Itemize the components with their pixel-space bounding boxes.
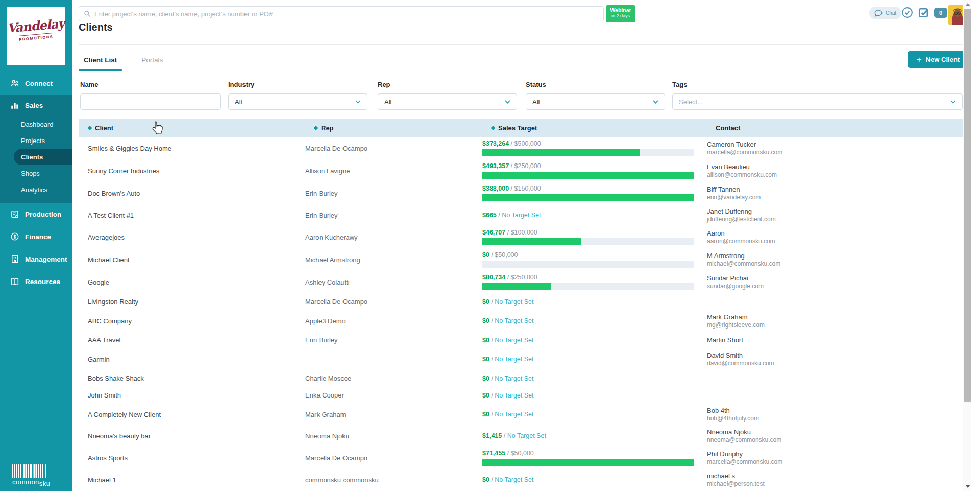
column-header-sales-target[interactable]: Sales Target — [482, 124, 707, 132]
table-row[interactable]: Garmin$0 / No Target SetDavid Smithdavid… — [79, 348, 971, 370]
client-name[interactable]: Livingston Realty — [79, 298, 305, 306]
no-target-link[interactable]: No Target Set — [495, 375, 533, 382]
client-name[interactable]: A Test Client #1 — [79, 212, 305, 219]
contact-email[interactable]: michael@commonsku.com — [707, 260, 971, 268]
sidebar-item-production[interactable]: Production — [0, 203, 72, 225]
no-target-link[interactable]: No Target Set — [502, 212, 541, 219]
client-name[interactable]: Sunny Corner Industries — [79, 167, 305, 175]
column-header-client[interactable]: Client — [79, 124, 305, 132]
sales-separator: / — [489, 337, 495, 344]
contact-email[interactable]: erin@vandelay.com — [707, 194, 971, 201]
table-row[interactable]: ABC CompanyApple3 Demo$0 / No Target Set… — [79, 310, 971, 332]
sidebar-item-sales[interactable]: Sales — [0, 95, 72, 116]
no-target-link[interactable]: No Target Set — [495, 337, 533, 344]
sales-target: $50,000 — [495, 251, 518, 259]
scroll-up-arrow-icon[interactable] — [965, 3, 970, 6]
client-name[interactable]: Michael Client — [79, 256, 305, 264]
table-row[interactable]: AAA TravelErin Burley$0 / No Target SetM… — [79, 332, 971, 348]
table-row[interactable]: Livingston RealtyMarcella De Ocampo$0 / … — [79, 293, 971, 310]
sidebar-item-shops[interactable]: Shops — [0, 165, 72, 181]
sidebar-item-finance[interactable]: Finance — [0, 225, 72, 248]
building-icon — [10, 254, 19, 264]
no-target-link[interactable]: No Target Set — [495, 356, 533, 363]
client-name[interactable]: John Smith — [79, 391, 305, 399]
sidebar-item-dashboard[interactable]: Dashboard — [0, 116, 72, 132]
sidebar-item-management[interactable]: Management — [0, 248, 72, 270]
webinar-badge[interactable]: Webinar in 2 days — [606, 5, 635, 22]
contact-email[interactable]: marcella@commonsku.com — [707, 149, 971, 156]
contact-email[interactable]: bob@4thofjuly.com — [707, 415, 971, 423]
chat-button[interactable]: Chat — [869, 7, 901, 19]
client-name[interactable]: A Completely New Client — [79, 411, 305, 418]
no-target-link[interactable]: No Target Set — [495, 476, 533, 483]
scroll-down-arrow-icon[interactable] — [965, 485, 970, 488]
no-target-link[interactable]: No Target Set — [495, 411, 533, 418]
company-logo[interactable]: Vandelay PROMOTIONS — [7, 7, 65, 65]
client-name[interactable]: Doc Brown's Auto — [79, 190, 305, 197]
contact-email[interactable]: mg@rightsleeve.com — [707, 321, 971, 329]
table-row[interactable]: GoogleAshley Colautti$80,734 / $250,000S… — [79, 271, 971, 293]
table-row[interactable]: A Test Client #1Erin Burley$665 / No Tar… — [79, 204, 971, 226]
chat-bubble-icon — [873, 9, 884, 18]
client-name[interactable]: Astros Sports — [79, 454, 305, 462]
table-row[interactable]: A Completely New ClientMark Graham$0 / N… — [79, 404, 971, 425]
filter-rep-select[interactable]: All — [378, 93, 517, 110]
no-target-link[interactable]: No Target Set — [495, 298, 533, 306]
filter-status-select[interactable]: All — [526, 93, 665, 110]
table-row[interactable]: AveragejoesAaron Kucherawy$46,707 / $100… — [79, 226, 971, 248]
client-name[interactable]: AAA Travel — [79, 336, 305, 344]
filter-tags-select[interactable]: Select... — [672, 93, 963, 110]
column-header-rep[interactable]: Rep — [305, 124, 482, 132]
client-name[interactable]: ABC Company — [79, 317, 305, 325]
contact-email[interactable]: marcella@commonsku.com — [707, 458, 971, 466]
no-target-link[interactable]: No Target Set — [507, 432, 546, 439]
notification-count-badge[interactable]: 0 — [934, 8, 947, 18]
sales-target-cell: $388,000 / $150,000 — [482, 185, 707, 201]
contact-email[interactable]: michael@person.test — [707, 480, 971, 488]
contact-email[interactable]: nneoma@commonsku.com — [707, 436, 971, 444]
sidebar-item-clients[interactable]: Clients — [14, 149, 72, 165]
reminders-button[interactable] — [901, 6, 914, 20]
new-client-button[interactable]: + New Client — [908, 51, 969, 68]
tasks-button[interactable] — [917, 6, 930, 20]
client-name[interactable]: Michael 1 — [79, 476, 305, 484]
table-row[interactable]: John SmithErika Cooper$0 / No Target Set — [79, 387, 971, 404]
table-row[interactable]: Smiles & Giggles Day HomeMarcella De Oca… — [79, 137, 971, 159]
client-name[interactable]: Bobs Shake Shack — [79, 375, 305, 382]
sidebar-item-resources[interactable]: Resources — [0, 270, 72, 293]
table-row[interactable]: Astros SportsMarcella De Ocampo$71,455 /… — [79, 447, 971, 469]
tab-portals[interactable]: Portals — [136, 53, 168, 71]
contact-email[interactable]: david@commonsku.com — [707, 360, 971, 367]
scrollbar-thumb[interactable] — [964, 9, 971, 402]
table-row[interactable]: Doc Brown's AutoErin Burley$388,000 / $1… — [79, 182, 971, 204]
tab-client-list[interactable]: Client List — [79, 53, 122, 71]
no-target-link[interactable]: No Target Set — [495, 392, 533, 399]
filter-industry-select[interactable]: All — [228, 93, 368, 110]
sales-target-cell: $0 / No Target Set — [482, 337, 707, 344]
table-row[interactable]: Michael ClientMichael Armstrong$0 / $50,… — [79, 248, 971, 271]
table-row[interactable]: Bobs Shake ShackCharlie Moscoe$0 / No Ta… — [79, 370, 971, 387]
sidebar-item-projects[interactable]: Projects — [0, 132, 72, 149]
sidebar-item-analytics[interactable]: Analytics — [0, 181, 72, 198]
client-name[interactable]: Averagejoes — [79, 233, 305, 241]
contact-email[interactable]: sundar@google.com — [707, 283, 971, 290]
client-name[interactable]: Google — [79, 278, 305, 286]
no-target-link[interactable]: No Target Set — [495, 317, 533, 324]
contact-email[interactable]: aaron@commonsku.com — [707, 238, 971, 245]
client-name[interactable]: Smiles & Giggles Day Home — [79, 145, 305, 152]
filter-rep-label: Rep — [378, 81, 517, 88]
table-row[interactable]: Sunny Corner IndustriesAllison Lavigne$4… — [79, 159, 971, 182]
filter-status: Status All — [526, 81, 665, 110]
filter-name-input[interactable] — [80, 93, 221, 110]
sidebar-item-connect[interactable]: Connect — [0, 72, 72, 95]
title-divider — [79, 44, 971, 45]
client-name[interactable]: Nneoma's beauty bar — [79, 432, 305, 440]
search-input[interactable] — [79, 6, 604, 21]
table-row[interactable]: Nneoma's beauty barNneoma Njoku$1,415 / … — [79, 425, 971, 447]
contact-email[interactable]: jduffering@testclient.com — [707, 216, 971, 223]
client-name[interactable]: Garmin — [79, 356, 305, 363]
vertical-scrollbar[interactable] — [963, 0, 971, 491]
contact-email[interactable]: allison@commonsku.com — [707, 171, 971, 179]
commonsku-logo[interactable]: commonsku — [12, 464, 48, 486]
table-row[interactable]: Michael 1commonsku commonsku$0 / No Targ… — [79, 469, 971, 490]
